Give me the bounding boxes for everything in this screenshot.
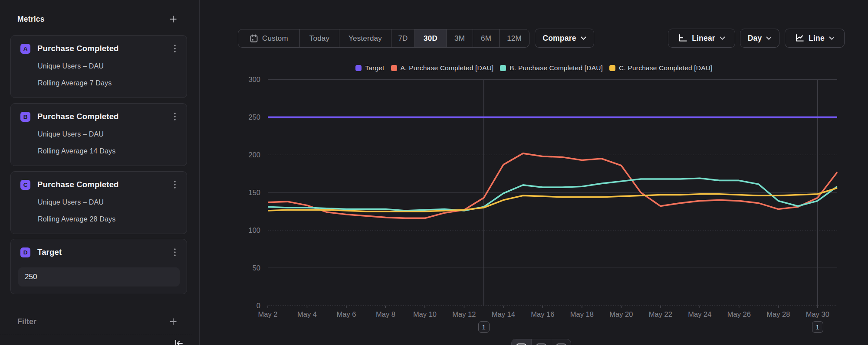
x-axis-label: May 28 xyxy=(766,310,790,318)
metric-card-d-target[interactable]: D Target xyxy=(10,239,187,294)
x-axis-label: May 10 xyxy=(413,310,437,318)
metric-a-rolling-average[interactable]: Rolling Average 7 Days xyxy=(38,79,112,87)
metric-title-a: Purchase Completed xyxy=(37,44,171,53)
collapse-sidebar-button[interactable] xyxy=(174,339,184,345)
x-axis-label: May 22 xyxy=(649,310,672,318)
sidebar-footer-divider xyxy=(0,334,192,334)
metric-card-c-head: C Purchase Completed xyxy=(20,179,179,190)
x-axis-label: May 8 xyxy=(376,310,395,318)
plus-icon xyxy=(169,15,178,23)
target-value-input[interactable] xyxy=(18,267,180,286)
metric-title-d: Target xyxy=(37,247,171,257)
chart-view-button[interactable] xyxy=(512,339,532,345)
kebab-menu-icon[interactable] xyxy=(171,179,179,190)
metric-badge-a: A xyxy=(20,44,30,54)
metric-c-rolling-average[interactable]: Rolling Average 28 Days xyxy=(38,215,116,223)
view-toggle-control xyxy=(511,339,571,345)
y-axis-label: 250 xyxy=(248,113,260,121)
x-axis-label: May 6 xyxy=(336,310,356,318)
metric-b-measure[interactable]: Unique Users – DAU xyxy=(38,130,104,138)
x-axis-label: May 24 xyxy=(688,310,711,318)
chart-panel: CustomTodayYesterday7D30D3M6M12M Compare… xyxy=(200,0,868,345)
metric-card-b[interactable]: B Purchase Completed Unique Users – DAU … xyxy=(10,103,187,166)
table-view-button[interactable] xyxy=(532,339,552,345)
table-view-icon xyxy=(536,343,546,345)
metrics-sidebar: Metrics A Purchase Completed Unique User… xyxy=(0,0,200,345)
metric-badge-c: C xyxy=(20,180,30,190)
y-axis-label: 150 xyxy=(248,189,260,196)
metric-c-measure[interactable]: Unique Users – DAU xyxy=(38,199,104,206)
y-axis-label: 200 xyxy=(248,151,260,159)
kebab-menu-icon[interactable] xyxy=(171,111,179,122)
y-axis-label: 0 xyxy=(256,302,260,309)
metric-card-a[interactable]: A Purchase Completed Unique Users – DAU … xyxy=(10,35,187,98)
metric-card-c[interactable]: C Purchase Completed Unique Users – DAU … xyxy=(10,171,187,234)
x-axis-label: May 18 xyxy=(570,310,594,318)
y-axis-label: 50 xyxy=(253,264,260,272)
metric-badge-d: D xyxy=(20,247,30,257)
notes-view-button[interactable] xyxy=(551,339,571,345)
annotation-badge[interactable]: 1 xyxy=(478,321,490,333)
metrics-title: Metrics xyxy=(17,15,45,24)
series-line-b xyxy=(268,178,837,211)
x-axis-label: May 4 xyxy=(297,310,317,318)
metric-card-d-head: D Target xyxy=(20,247,179,257)
metric-a-measure[interactable]: Unique Users – DAU xyxy=(38,62,104,70)
filter-title: Filter xyxy=(17,317,36,326)
metric-card-a-head: A Purchase Completed xyxy=(20,43,179,54)
x-axis-label: May 14 xyxy=(492,310,515,318)
kebab-menu-icon[interactable] xyxy=(171,43,179,54)
chart-view-icon xyxy=(516,343,526,345)
collapse-panel-icon xyxy=(174,339,184,345)
add-filter-button[interactable] xyxy=(169,317,178,326)
metric-title-c: Purchase Completed xyxy=(37,180,171,189)
metric-badge-b: B xyxy=(20,112,30,122)
notes-view-icon xyxy=(556,343,566,345)
line-chart[interactable]: 050100150200250300May 2May 4May 6May 8Ma… xyxy=(200,0,868,345)
x-axis-label: May 30 xyxy=(806,310,829,318)
x-axis-label: May 16 xyxy=(531,310,554,318)
filter-section: Filter xyxy=(17,316,178,328)
metric-b-rolling-average[interactable]: Rolling Average 14 Days xyxy=(38,147,116,155)
metric-card-b-head: B Purchase Completed xyxy=(20,111,179,122)
kebab-menu-icon[interactable] xyxy=(171,247,179,257)
series-line-c xyxy=(268,188,837,212)
annotation-badge[interactable]: 1 xyxy=(812,321,823,333)
x-axis-label: May 2 xyxy=(258,310,278,318)
add-metric-button[interactable] xyxy=(169,15,178,23)
plus-icon xyxy=(169,317,178,326)
metrics-header: Metrics xyxy=(17,13,178,25)
x-axis-label: May 12 xyxy=(452,310,476,318)
x-axis-label: May 26 xyxy=(727,310,751,318)
y-axis-label: 300 xyxy=(248,75,260,83)
metric-title-b: Purchase Completed xyxy=(37,112,171,121)
x-axis-label: May 20 xyxy=(609,310,633,318)
y-axis-label: 100 xyxy=(248,226,260,234)
